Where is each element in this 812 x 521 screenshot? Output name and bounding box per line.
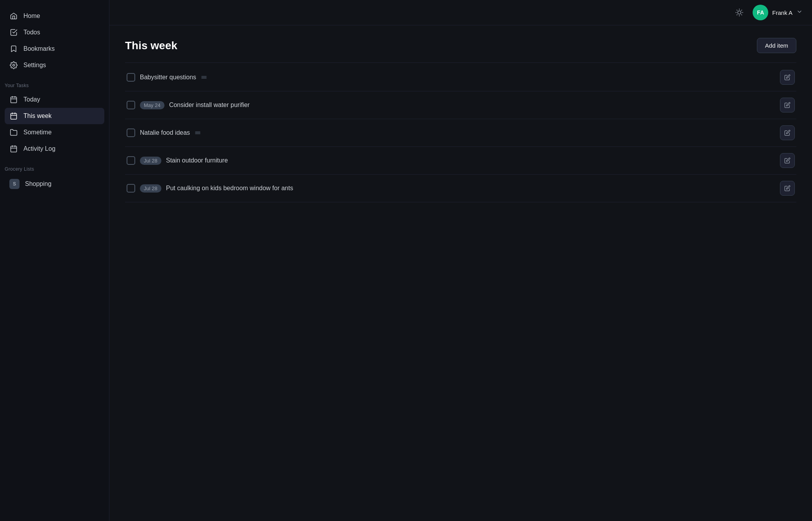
task-checkbox-1[interactable] — [127, 73, 135, 82]
bookmark-icon — [9, 45, 18, 53]
folder-icon — [9, 128, 18, 137]
sidebar-item-this-week[interactable]: This week — [5, 108, 104, 124]
task-content-4: Jul 28 Stain outdoor furniture — [140, 157, 775, 165]
user-menu[interactable]: FA Frank A — [753, 5, 803, 20]
task-content-3: Natalie food ideas — [140, 129, 775, 136]
sidebar-item-bookmarks-label: Bookmarks — [23, 45, 55, 52]
main-nav: Home Todos Bookmarks Settings — [0, 8, 109, 73]
sidebar-item-home-label: Home — [23, 12, 40, 20]
sidebar-item-settings-label: Settings — [23, 62, 46, 69]
content-header: This week Add item — [125, 38, 796, 53]
task-content-1: Babysitter questions — [140, 74, 775, 81]
sidebar-item-this-week-label: This week — [23, 112, 52, 120]
sidebar-item-todos-label: Todos — [23, 29, 40, 36]
svg-line-20 — [737, 14, 737, 15]
sun-icon — [735, 9, 743, 16]
edit-button-1[interactable] — [780, 70, 795, 85]
table-row: May 24 Consider install water purifier — [125, 91, 796, 119]
hamburger-icon-3[interactable] — [195, 130, 201, 136]
sidebar-item-sometime[interactable]: Sometime — [5, 124, 104, 141]
page-title: This week — [125, 39, 177, 52]
task-list: Babysitter questions May 24 Consider ins… — [125, 64, 796, 202]
sidebar-item-activity-log-label: Activity Log — [23, 145, 55, 152]
pencil-icon-4 — [784, 157, 791, 164]
sidebar-item-home[interactable]: Home — [5, 8, 104, 24]
edit-button-2[interactable] — [780, 98, 795, 112]
content-area: This week Add item Babysitter questions — [109, 25, 812, 521]
check-square-icon — [9, 28, 18, 37]
task-content-2: May 24 Consider install water purifier — [140, 101, 775, 109]
sidebar-item-shopping[interactable]: S Shopping — [5, 175, 104, 193]
divider — [125, 62, 796, 63]
table-row: Babysitter questions — [125, 64, 796, 91]
svg-line-17 — [742, 14, 742, 15]
chevron-down-icon — [796, 9, 803, 16]
sidebar-item-bookmarks[interactable]: Bookmarks — [5, 41, 104, 57]
sidebar: Home Todos Bookmarks Settings Your Tasks — [0, 0, 109, 521]
header: FA Frank A — [109, 0, 812, 25]
main-content: FA Frank A This week Add item Babysitter… — [109, 0, 812, 521]
user-name: Frank A — [772, 9, 792, 16]
your-tasks-section: Your Tasks Today This week Sometime — [0, 77, 109, 160]
edit-button-5[interactable] — [780, 181, 795, 196]
home-icon — [9, 12, 18, 20]
svg-line-16 — [737, 10, 737, 11]
sidebar-item-activity-log[interactable]: Activity Log — [5, 141, 104, 157]
table-row: Natalie food ideas — [125, 119, 796, 147]
pencil-icon-1 — [784, 74, 791, 80]
sidebar-item-today-label: Today — [23, 96, 40, 103]
date-badge-2: May 24 — [140, 101, 165, 109]
sidebar-item-today[interactable]: Today — [5, 91, 104, 108]
settings-icon — [9, 61, 18, 70]
table-row: Jul 28 Put caulking on kids bedroom wind… — [125, 175, 796, 202]
sidebar-item-shopping-label: Shopping — [25, 180, 52, 187]
edit-button-4[interactable] — [780, 153, 795, 168]
edit-button-3[interactable] — [780, 125, 795, 140]
task-label-1: Babysitter questions — [140, 74, 196, 81]
sidebar-item-todos[interactable]: Todos — [5, 24, 104, 41]
shopping-icon: S — [9, 179, 20, 189]
svg-line-21 — [742, 10, 742, 11]
task-label-5: Put caulking on kids bedroom window for … — [166, 185, 293, 192]
theme-toggle-button[interactable] — [732, 5, 746, 20]
activity-log-icon — [9, 145, 18, 153]
task-content-5: Jul 28 Put caulking on kids bedroom wind… — [140, 184, 775, 193]
svg-rect-5 — [11, 113, 17, 119]
this-week-calendar-icon — [9, 112, 18, 120]
sidebar-item-settings[interactable]: Settings — [5, 57, 104, 73]
svg-point-0 — [13, 64, 15, 66]
table-row: Jul 28 Stain outdoor furniture — [125, 147, 796, 175]
grocery-lists-section: Grocery Lists S Shopping — [0, 160, 109, 196]
svg-rect-9 — [11, 146, 17, 152]
task-checkbox-2[interactable] — [127, 101, 135, 109]
pencil-icon-5 — [784, 185, 791, 191]
date-badge-4: Jul 28 — [140, 157, 161, 165]
task-label-4: Stain outdoor furniture — [166, 157, 228, 164]
task-checkbox-4[interactable] — [127, 156, 135, 165]
task-checkbox-3[interactable] — [127, 128, 135, 137]
sidebar-item-sometime-label: Sometime — [23, 129, 52, 136]
pencil-icon-3 — [784, 130, 791, 136]
task-label-2: Consider install water purifier — [169, 102, 250, 109]
hamburger-icon-1[interactable] — [201, 74, 207, 80]
task-label-3: Natalie food ideas — [140, 129, 190, 136]
your-tasks-label: Your Tasks — [0, 77, 109, 91]
avatar: FA — [753, 5, 768, 20]
add-item-button[interactable]: Add item — [757, 38, 796, 53]
today-calendar-icon — [9, 95, 18, 104]
svg-point-13 — [738, 11, 741, 14]
pencil-icon-2 — [784, 102, 791, 108]
date-badge-5: Jul 28 — [140, 184, 161, 193]
task-checkbox-5[interactable] — [127, 184, 135, 193]
svg-rect-1 — [11, 97, 17, 103]
grocery-lists-label: Grocery Lists — [0, 160, 109, 175]
